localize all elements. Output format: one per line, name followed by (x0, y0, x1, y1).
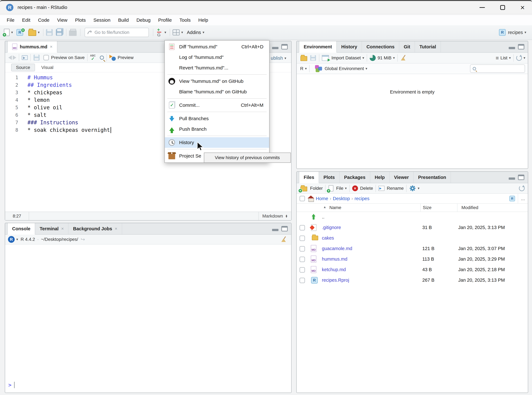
visual-mode-button[interactable]: Visual (41, 65, 54, 70)
file-checkbox[interactable] (299, 278, 305, 283)
tab-hummus-md[interactable]: MD hummus.md × (7, 41, 57, 53)
find-replace-icon[interactable] (100, 55, 104, 60)
column-name[interactable]: Name (329, 205, 341, 210)
language-selector[interactable]: R (300, 66, 303, 71)
tab-environment[interactable]: Environment (299, 41, 337, 53)
menu-view[interactable]: View (53, 17, 71, 23)
delete-button[interactable]: Delete (360, 186, 373, 191)
file-row[interactable]: MD hummus.md 113 B Jan 20, 2025, 3:29 PM (297, 254, 528, 265)
file-checkbox[interactable] (299, 267, 305, 273)
column-modified[interactable]: Modified (461, 205, 478, 210)
preview-button[interactable]: Preview (118, 55, 134, 60)
file-link[interactable]: recipes.Rproj (322, 278, 349, 283)
preview-on-save-checkbox[interactable] (44, 55, 49, 60)
menu-item-revert[interactable]: Revert "hummus.md"... (165, 63, 269, 73)
vcs-caret-icon[interactable]: ▾ (164, 30, 166, 34)
pane-minimize-icon[interactable] (272, 47, 278, 49)
save-workspace-icon[interactable] (310, 55, 316, 61)
goto-file-input[interactable]: Go to file/function (85, 28, 149, 37)
file-row[interactable]: R recipes.Rproj 267 B Jan 20, 2025, 3:13… (297, 275, 528, 286)
r-version-icon[interactable]: R (8, 236, 15, 243)
more-options-gear-icon[interactable] (409, 185, 416, 192)
menu-item-commit[interactable]: ✓ Commit... Ctrl+Alt+M (165, 100, 269, 110)
menu-item-blame-on-github[interactable]: Blame "hummus.md" on GitHub (165, 87, 269, 97)
tab-history[interactable]: History (337, 41, 362, 52)
file-checkbox[interactable] (299, 236, 305, 241)
file-checkbox[interactable] (299, 225, 305, 230)
file-row-up[interactable]: .. (297, 212, 528, 222)
publish-button[interactable]: ublish ▾ (271, 55, 286, 61)
menu-profile[interactable]: Profile (154, 17, 176, 23)
rename-button[interactable]: Rename (387, 186, 404, 191)
folder-link[interactable]: cakes (322, 236, 334, 241)
new-project-button[interactable]: R + (17, 29, 27, 36)
pane-minimize-icon[interactable] (509, 47, 515, 49)
clear-environment-icon[interactable] (400, 55, 407, 61)
breadcrumb-home[interactable]: Home (316, 196, 328, 201)
import-caret-icon[interactable]: ▾ (362, 56, 364, 60)
menu-help[interactable]: Help (194, 17, 212, 23)
tab-files[interactable]: Files (299, 172, 319, 183)
menu-item-push-branch[interactable]: Push Branch (165, 124, 269, 134)
file-link[interactable]: .gitignore (322, 225, 341, 230)
open-directory-icon[interactable]: ↪ (81, 236, 85, 242)
menu-item-pull-branches[interactable]: Pull Branches (165, 113, 269, 124)
file-row[interactable]: .gitignore 31 B Jan 20, 2025, 3:13 PM (297, 222, 528, 233)
new-file-caret-icon[interactable]: ▾ (345, 186, 347, 190)
new-folder-button[interactable]: Folder (310, 186, 323, 191)
select-all-checkbox[interactable] (299, 196, 305, 201)
file-row[interactable]: MD guacamole.md 121 B Jan 20, 2025, 3:07… (297, 244, 528, 254)
window-close-icon[interactable]: × (520, 5, 525, 10)
nav-back-icon[interactable] (8, 55, 12, 60)
tab-viewer[interactable]: Viewer (390, 172, 414, 183)
file-row[interactable]: MD ketchup.md 43 B Jan 20, 2025, 2:18 PM (297, 265, 528, 275)
menu-plots[interactable]: Plots (71, 17, 89, 23)
new-file-button[interactable]: File (336, 186, 343, 191)
menu-item-diff[interactable]: Diff "hummus.md" Ctrl+Alt+D (165, 42, 269, 52)
menu-debug[interactable]: Debug (133, 17, 154, 23)
spellcheck-icon[interactable]: ABC✓ (90, 55, 96, 61)
new-file-caret-icon[interactable]: ▾ (11, 30, 13, 34)
tab-connections[interactable]: Connections (362, 41, 399, 52)
tab-close-icon[interactable]: × (115, 226, 117, 231)
pane-maximize-icon[interactable] (281, 226, 288, 231)
workspace-panes-button[interactable]: ▾ (173, 29, 183, 35)
window-minimize-icon[interactable] (479, 7, 485, 8)
clear-console-icon[interactable] (281, 236, 287, 243)
open-file-button[interactable]: ▾ (28, 29, 40, 36)
vcs-button[interactable]: +G ▾ (156, 28, 166, 37)
column-size[interactable]: Size (423, 205, 431, 210)
memory-usage-label[interactable]: 91 MiB (378, 55, 392, 60)
menu-item-history[interactable]: History (165, 137, 269, 148)
scope-selector[interactable]: Global Environment (325, 66, 364, 71)
source-mode-button[interactable]: Source (11, 64, 35, 71)
open-in-window-icon[interactable] (22, 55, 28, 60)
pane-minimize-icon[interactable] (509, 177, 515, 180)
pane-maximize-icon[interactable] (281, 44, 288, 49)
menu-build[interactable]: Build (114, 17, 133, 23)
new-file-button[interactable]: + ▾ (4, 29, 13, 36)
panes-caret-icon[interactable]: ▾ (181, 30, 183, 34)
open-file-caret-icon[interactable]: ▾ (38, 30, 40, 34)
pane-maximize-icon[interactable] (518, 175, 524, 180)
menu-item-log[interactable]: Log of "hummus.md" (165, 52, 269, 63)
tab-git[interactable]: Git (399, 41, 415, 52)
file-link[interactable]: ketchup.md (322, 267, 346, 272)
window-maximize-icon[interactable] (500, 5, 505, 10)
pane-minimize-icon[interactable] (272, 229, 278, 231)
refresh-caret-icon[interactable]: ▾ (524, 56, 525, 60)
r-version-caret-icon[interactable]: ▾ (16, 237, 18, 241)
language-caret-icon[interactable]: ▾ (305, 66, 307, 71)
menu-edit[interactable]: Edit (18, 17, 34, 23)
file-link[interactable]: guacamole.md (322, 246, 352, 251)
file-checkbox[interactable] (299, 257, 305, 262)
console-output[interactable]: > (5, 245, 291, 393)
parent-directory-link[interactable]: .. (322, 214, 324, 219)
preview-icon[interactable] (109, 55, 116, 61)
save-button[interactable] (46, 29, 53, 36)
memory-caret-icon[interactable]: ▾ (393, 56, 395, 60)
tab-close-icon[interactable]: × (50, 44, 52, 49)
tab-presentation[interactable]: Presentation (414, 172, 451, 183)
menu-session[interactable]: Session (89, 17, 114, 23)
print-button[interactable] (69, 29, 77, 36)
